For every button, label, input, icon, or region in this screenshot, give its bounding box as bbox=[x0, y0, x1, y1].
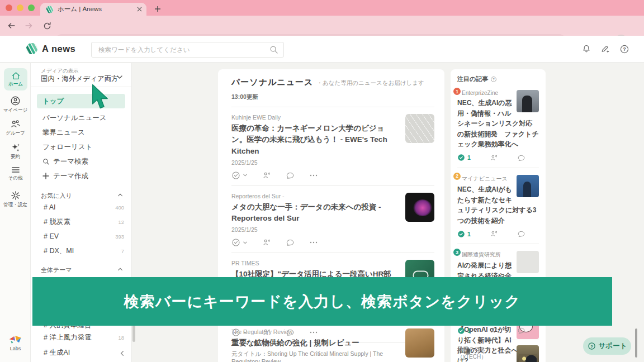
rail-item-mypage[interactable]: マイページ bbox=[0, 96, 31, 114]
article-row: The Regulatory Review 重要な鉱物供給の強化 | 規制レビュ… bbox=[231, 328, 434, 362]
notifications-bell-icon[interactable] bbox=[580, 43, 593, 55]
all-themes-section-title: 全体テーマ bbox=[41, 266, 72, 274]
sidebar-item-follow-list[interactable]: フォローリスト bbox=[37, 140, 125, 154]
share-people-icon[interactable] bbox=[490, 154, 498, 162]
maximize-window-button[interactable] bbox=[28, 4, 35, 11]
rail-item-group[interactable]: グループ bbox=[0, 119, 31, 137]
share-people-icon[interactable] bbox=[262, 171, 271, 180]
article-thumbnail[interactable] bbox=[405, 328, 434, 358]
page-subtitle: ・あなた専用のニュースをお届けします bbox=[316, 79, 424, 87]
new-tab-button[interactable] bbox=[152, 3, 163, 15]
people-group-icon bbox=[10, 119, 21, 129]
article-thumbnail[interactable] bbox=[405, 193, 434, 222]
rail-item-home[interactable]: ホーム bbox=[4, 68, 27, 90]
labs-icon bbox=[8, 334, 23, 345]
featured-item[interactable]: 日経クロステック（xTECH） AIリスク、「市民」はどう bbox=[457, 340, 539, 362]
browser-window: ホーム | Anews anews.stockmark.ai/#/ bbox=[0, 0, 644, 362]
read-check-icon[interactable] bbox=[457, 154, 465, 161]
divider bbox=[31, 87, 132, 87]
rail-item-summary[interactable]: 要約 bbox=[0, 142, 31, 160]
app-header: A news ? bbox=[0, 36, 644, 63]
plus-icon bbox=[42, 173, 51, 179]
chevron-down-icon bbox=[243, 240, 248, 245]
sidebar-collapse-icon[interactable] bbox=[119, 350, 126, 357]
article-source: PR TIMES bbox=[231, 260, 396, 266]
media-selector[interactable]: 国内・海外メディア両方 bbox=[41, 74, 119, 84]
read-count: 1 bbox=[467, 231, 471, 237]
help-icon[interactable]: ? bbox=[490, 76, 497, 83]
share-people-icon[interactable] bbox=[490, 326, 498, 335]
chevron-up-icon[interactable] bbox=[117, 192, 124, 198]
mark-read-button[interactable] bbox=[231, 171, 248, 180]
featured-thumbnail[interactable] bbox=[517, 175, 539, 197]
sidebar-item-industry-news[interactable]: 業界ニュース bbox=[37, 125, 125, 140]
browser-tab[interactable]: ホーム | Anews bbox=[40, 3, 146, 16]
theme-item-decarbonization[interactable]: # 脱炭素 12 bbox=[38, 215, 126, 228]
favorites-section-title: お気に入り bbox=[41, 192, 72, 200]
forward-icon[interactable] bbox=[22, 19, 36, 32]
featured-thumbnail[interactable] bbox=[517, 345, 539, 362]
close-window-button[interactable] bbox=[6, 4, 12, 11]
back-icon[interactable] bbox=[4, 19, 18, 32]
labs-button[interactable]: Labs bbox=[0, 334, 31, 351]
article-title[interactable]: メタの大胆な一手：データの未来への投資 - Reporteros del Sur bbox=[231, 202, 396, 225]
theme-count: 18 bbox=[118, 335, 126, 341]
mark-read-button[interactable] bbox=[231, 238, 248, 247]
anews-logo[interactable]: A news bbox=[26, 42, 75, 55]
article-title[interactable]: 重要な鉱物供給の強化 | 規制レビュー bbox=[231, 337, 396, 349]
featured-thumbnail[interactable] bbox=[517, 90, 539, 112]
help-icon[interactable]: ? bbox=[618, 43, 631, 55]
tab-close-icon[interactable] bbox=[137, 7, 142, 12]
read-check-icon[interactable] bbox=[457, 327, 465, 335]
article-source: Reporteros del Sur - bbox=[231, 193, 396, 199]
menu-lines-icon bbox=[11, 166, 21, 174]
sidebar-item-theme-search[interactable]: テーマ検索 bbox=[37, 154, 125, 169]
svg-text:?: ? bbox=[590, 344, 593, 349]
support-button[interactable]: ? サポート bbox=[583, 337, 631, 355]
share-people-icon[interactable] bbox=[262, 238, 271, 247]
reload-icon[interactable] bbox=[40, 19, 54, 32]
page-title: パーソナルニュース bbox=[231, 77, 313, 88]
tutorial-cursor-icon bbox=[91, 84, 112, 111]
more-options-icon[interactable] bbox=[309, 241, 318, 244]
chevron-down-icon[interactable] bbox=[116, 73, 124, 81]
tutorial-banner-text: 検索バーにキーワードを入力し、検索ボタンをクリック bbox=[124, 292, 521, 312]
comment-icon[interactable] bbox=[517, 154, 525, 162]
article-source: Kuhinje EWE Daily bbox=[231, 114, 396, 121]
theme-count: 400 bbox=[115, 204, 126, 211]
featured-item[interactable]: 1 EnterprizeZine NEC、生成AIの悪用・偽情報・ハルシネーショ… bbox=[457, 83, 539, 168]
theme-item-ev[interactable]: # EV 393 bbox=[38, 230, 126, 243]
page-scrollbar-thumb[interactable] bbox=[635, 328, 637, 358]
memo-edit-icon[interactable] bbox=[599, 43, 612, 55]
article-title[interactable]: 医療の革命：カーネギーメロン大学のビジョン。医学の未来に飛び込もう！ - EWE… bbox=[231, 123, 396, 157]
chevron-up-icon[interactable] bbox=[117, 266, 124, 273]
search-bar[interactable] bbox=[91, 42, 284, 58]
search-button[interactable] bbox=[264, 42, 283, 57]
featured-item[interactable]: 2 マイナビニュース NEC、生成AIがもたらす新たなセキュリティリスクに対する… bbox=[457, 168, 539, 244]
svg-text:?: ? bbox=[623, 46, 626, 52]
comment-icon[interactable] bbox=[286, 238, 295, 247]
minimize-window-button[interactable] bbox=[17, 4, 23, 11]
comment-icon[interactable] bbox=[286, 171, 295, 180]
more-options-icon[interactable] bbox=[309, 174, 318, 177]
theme-count: 7 bbox=[121, 248, 126, 254]
theme-item-generative-ai[interactable]: # 生成AI bbox=[38, 346, 126, 359]
sidebar-scrollbar-thumb[interactable] bbox=[132, 323, 135, 342]
browser-toolbar: anews.stockmark.ai/#/ bbox=[0, 16, 644, 36]
sidebar-item-theme-create[interactable]: テーマ作成 bbox=[37, 169, 125, 183]
search-input[interactable] bbox=[92, 46, 264, 53]
theme-item-dx-mi[interactable]: # DX、MI 7 bbox=[38, 244, 126, 258]
comment-icon[interactable] bbox=[517, 230, 525, 238]
read-check-icon[interactable] bbox=[457, 230, 465, 238]
sidebar-item-personal-news[interactable]: パーソナルニュース bbox=[37, 111, 125, 125]
theme-item-ai[interactable]: # AI 400 bbox=[38, 201, 126, 214]
article-thumbnail[interactable] bbox=[405, 114, 434, 143]
comment-icon[interactable] bbox=[517, 326, 525, 335]
theme-item-offshore-wind[interactable]: # 洋上風力発電 18 bbox=[38, 331, 126, 344]
featured-title: 注目の記事 bbox=[457, 75, 488, 83]
updated-time: 13:00更新 bbox=[231, 93, 434, 101]
rail-item-others[interactable]: その他 bbox=[0, 166, 31, 182]
rail-item-settings[interactable]: 管理・設定 bbox=[0, 190, 31, 208]
share-people-icon[interactable] bbox=[490, 230, 498, 238]
featured-thumbnail[interactable] bbox=[517, 251, 539, 273]
